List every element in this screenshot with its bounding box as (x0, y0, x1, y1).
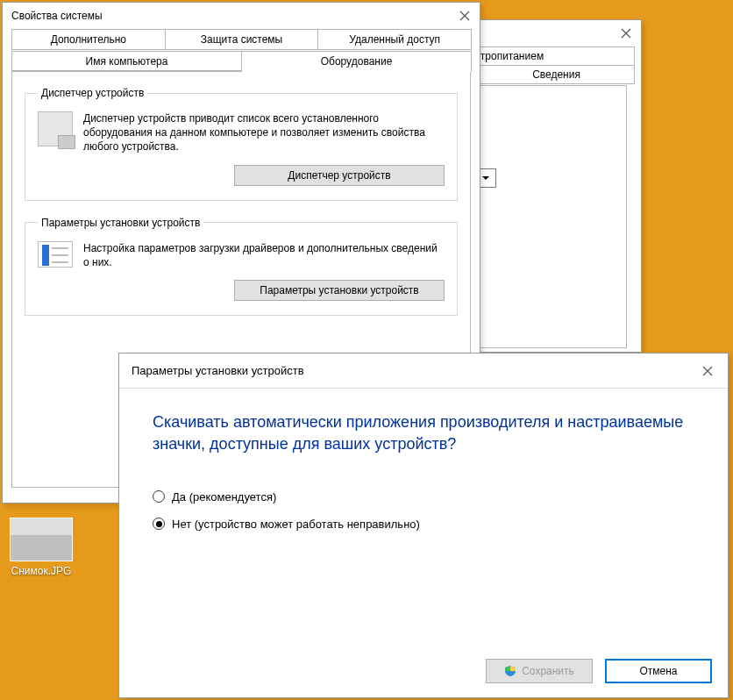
radio-icon (153, 490, 165, 503)
device-install-settings-button[interactable]: Параметры установки устройств (234, 280, 445, 301)
tab-system-protection[interactable]: Защита системы (165, 29, 319, 50)
close-icon[interactable] (618, 25, 634, 41)
settings-list-icon (38, 241, 73, 268)
group-legend: Параметры установки устройств (38, 217, 203, 229)
radio-label: Нет (устройство может работать неправиль… (172, 518, 420, 531)
close-icon[interactable] (700, 363, 715, 379)
group-device-manager: Диспетчер устройств Диспетчер устройств … (25, 87, 458, 201)
tab-remote[interactable]: Удаленный доступ (317, 29, 472, 50)
radio-label: Да (рекомендуется) (172, 490, 276, 504)
tab-computer-name[interactable]: Имя компьютера (11, 51, 242, 72)
device-manager-button[interactable]: Диспетчер устройств (234, 165, 445, 186)
file-thumbnail (10, 518, 73, 561)
group-device-install-settings: Параметры установки устройств Настройка … (25, 217, 458, 316)
window-title: Параметры установки устройств (132, 364, 304, 377)
desktop-file[interactable]: Снимок.JPG (2, 518, 81, 577)
close-icon[interactable] (457, 8, 473, 24)
group-legend: Диспетчер устройств (38, 87, 147, 99)
cancel-button[interactable]: Отмена (605, 659, 712, 683)
titlebar[interactable]: Свойства системы (3, 3, 480, 29)
radio-option-yes[interactable]: Да (рекомендуется) (153, 490, 694, 504)
shield-icon (504, 665, 516, 677)
group-description: Диспетчер устройств приводит список всег… (83, 111, 445, 154)
save-button[interactable]: Сохранить (486, 659, 593, 683)
device-manager-icon (38, 111, 73, 146)
radio-option-no[interactable]: Нет (устройство может работать неправиль… (153, 518, 694, 531)
tab-hardware[interactable]: Оборудование (241, 51, 472, 72)
window-title: Свойства системы (11, 10, 103, 22)
dialog-question: Скачивать автоматически приложения произ… (153, 411, 694, 455)
tab-advanced[interactable]: Дополнительно (11, 29, 166, 50)
radio-icon (153, 518, 165, 530)
titlebar[interactable]: Параметры установки устройств (119, 354, 728, 389)
file-label: Снимок.JPG (2, 565, 81, 577)
group-description: Настройка параметров загрузки драйверов … (83, 241, 445, 269)
window-device-install-settings: Параметры установки устройств Скачивать … (118, 353, 729, 698)
tab-details[interactable]: Сведения (478, 65, 635, 84)
